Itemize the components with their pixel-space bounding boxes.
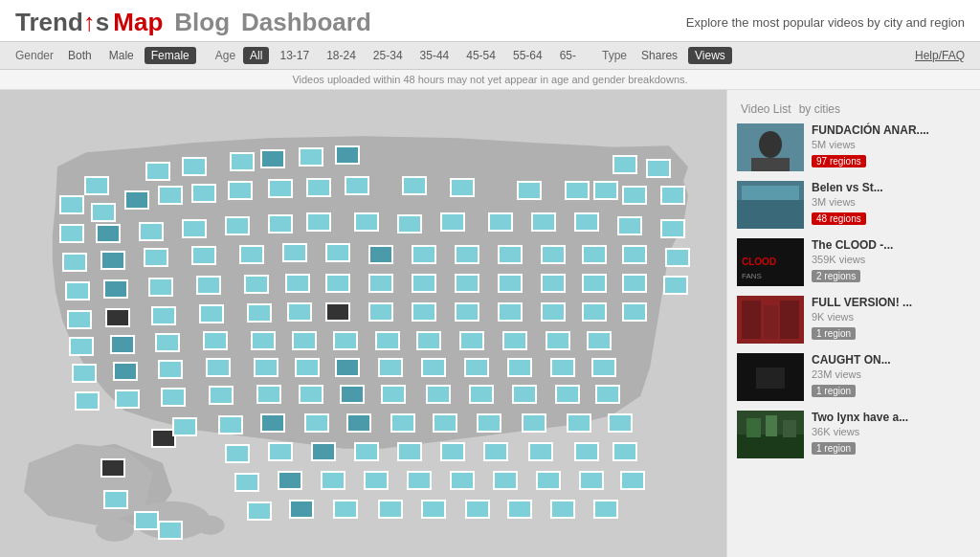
map-thumb-34[interactable] bbox=[397, 214, 422, 234]
map-thumb-20[interactable] bbox=[450, 178, 475, 197]
map-thumb-44[interactable] bbox=[191, 246, 216, 265]
map-thumb-55[interactable] bbox=[665, 248, 690, 267]
map-thumb-40[interactable] bbox=[660, 219, 685, 238]
map-thumb-150[interactable] bbox=[450, 471, 475, 490]
map-thumb-66[interactable] bbox=[498, 274, 523, 293]
map-thumb-135[interactable] bbox=[225, 444, 250, 463]
map-thumb-23[interactable] bbox=[593, 181, 618, 200]
gender-both-button[interactable]: Both bbox=[61, 47, 99, 64]
video-title-1[interactable]: FUNDACIÓN ANAR.... bbox=[812, 123, 970, 137]
map-thumb-21[interactable] bbox=[517, 181, 542, 200]
map-thumb-108[interactable] bbox=[507, 358, 532, 377]
video-item-6[interactable]: Two lynx have a... 36K views 1 region bbox=[737, 411, 970, 458]
video-title-2[interactable]: Belen vs St... bbox=[812, 181, 970, 194]
map-thumb-52[interactable] bbox=[541, 245, 566, 264]
map-thumb-48[interactable] bbox=[368, 245, 393, 264]
map-thumb-41[interactable] bbox=[62, 253, 87, 272]
map-thumb-130[interactable] bbox=[433, 413, 457, 433]
logo-blog[interactable]: Blog bbox=[174, 8, 230, 37]
video-title-3[interactable]: The CLOOD -... bbox=[812, 238, 970, 252]
map-thumb-129[interactable] bbox=[390, 413, 415, 433]
map-thumb-161[interactable] bbox=[507, 500, 532, 519]
map-thumb-116[interactable] bbox=[299, 385, 323, 404]
map-thumb-47[interactable] bbox=[325, 243, 350, 262]
map-thumb-69[interactable] bbox=[622, 274, 647, 293]
gender-male-button[interactable]: Male bbox=[102, 47, 141, 64]
map-thumb-8[interactable] bbox=[612, 155, 637, 174]
map-thumb-54[interactable] bbox=[622, 245, 647, 264]
age-45-54-button[interactable]: 45-54 bbox=[459, 47, 502, 64]
map-thumb-1[interactable] bbox=[84, 176, 109, 195]
video-item-4[interactable]: FULL VERSION! ... 9K views 1 region bbox=[737, 296, 970, 344]
map-thumb-25[interactable] bbox=[660, 186, 685, 205]
map-thumb-68[interactable] bbox=[582, 274, 607, 293]
map-thumb-149[interactable] bbox=[407, 471, 432, 490]
map-thumb-148[interactable] bbox=[364, 471, 389, 490]
map-thumb-15[interactable] bbox=[228, 181, 253, 200]
map-thumb-103[interactable] bbox=[295, 358, 320, 377]
map-thumb-62[interactable] bbox=[325, 274, 350, 293]
map-thumb-119[interactable] bbox=[426, 385, 451, 404]
logo-dashboard[interactable]: Dashboard bbox=[241, 8, 371, 37]
map-thumb-105[interactable] bbox=[378, 358, 403, 377]
map-thumb-157[interactable] bbox=[333, 500, 358, 519]
map-thumb-155[interactable] bbox=[247, 501, 272, 521]
map-thumb-140[interactable] bbox=[440, 442, 465, 461]
map-thumb-2[interactable] bbox=[145, 162, 170, 181]
map-thumb-83[interactable] bbox=[582, 302, 607, 322]
map-thumb-32[interactable] bbox=[306, 212, 331, 232]
map-thumb-3[interactable] bbox=[182, 157, 207, 176]
gender-female-button[interactable]: Female bbox=[145, 47, 196, 64]
map-thumb-57[interactable] bbox=[103, 279, 128, 299]
map-thumb-46[interactable] bbox=[282, 243, 307, 262]
map-thumb-65[interactable] bbox=[455, 274, 479, 293]
map-thumb-9[interactable] bbox=[646, 159, 671, 178]
map-thumb-51[interactable] bbox=[498, 245, 523, 264]
map-thumb-24[interactable] bbox=[622, 186, 647, 205]
map-thumb-64[interactable] bbox=[412, 274, 436, 293]
map-thumb-11[interactable] bbox=[91, 203, 116, 222]
map-thumb-90[interactable] bbox=[292, 331, 317, 350]
age-35-44-button[interactable]: 35-44 bbox=[413, 47, 457, 64]
video-thumb-1[interactable] bbox=[737, 123, 804, 171]
video-thumb-3[interactable]: CLOODFANS bbox=[737, 238, 804, 286]
map-thumb-113[interactable] bbox=[161, 388, 186, 407]
map-thumb-alaska-1[interactable] bbox=[100, 458, 125, 478]
map-thumb-36[interactable] bbox=[488, 212, 513, 232]
map-thumb-27[interactable] bbox=[96, 224, 121, 243]
age-25-34-button[interactable]: 25-34 bbox=[367, 47, 410, 64]
map-thumb-50[interactable] bbox=[455, 245, 479, 264]
map-thumb-84[interactable] bbox=[622, 302, 647, 322]
map-thumb-61[interactable] bbox=[285, 274, 310, 293]
map-thumb-152[interactable] bbox=[536, 471, 561, 490]
age-55-64-button[interactable]: 55-64 bbox=[506, 47, 549, 64]
map-thumb-85[interactable] bbox=[69, 337, 94, 356]
map-thumb-43[interactable] bbox=[144, 248, 168, 267]
map-thumb-101[interactable] bbox=[206, 358, 231, 377]
map-thumb-67[interactable] bbox=[541, 274, 566, 293]
map-thumb-75[interactable] bbox=[247, 303, 272, 323]
map-thumb-99[interactable] bbox=[113, 362, 138, 381]
map-thumb-110[interactable] bbox=[591, 358, 616, 377]
map-thumb-35[interactable] bbox=[440, 212, 465, 232]
map-thumb-137[interactable] bbox=[311, 442, 336, 461]
map-thumb-42[interactable] bbox=[100, 251, 125, 270]
map-thumb-77[interactable] bbox=[325, 302, 350, 322]
map-thumb-63[interactable] bbox=[368, 274, 393, 293]
map-thumb-95[interactable] bbox=[502, 331, 527, 350]
map-thumb-100[interactable] bbox=[158, 360, 183, 379]
map-thumb-138[interactable] bbox=[354, 442, 379, 461]
map-thumb-81[interactable] bbox=[498, 302, 523, 322]
map-thumb-123[interactable] bbox=[595, 385, 620, 404]
map-thumb-13[interactable] bbox=[158, 186, 183, 205]
map-thumb-82[interactable] bbox=[541, 302, 566, 322]
age-13-17-button[interactable]: 13-17 bbox=[273, 47, 316, 64]
map-thumb-126[interactable] bbox=[260, 413, 285, 433]
map-thumb-92[interactable] bbox=[375, 331, 400, 350]
map-thumb-98[interactable] bbox=[72, 364, 97, 383]
map-thumb-53[interactable] bbox=[582, 245, 607, 264]
map-thumb-142[interactable] bbox=[528, 442, 553, 461]
map-thumb-118[interactable] bbox=[381, 385, 406, 404]
video-thumb-4[interactable] bbox=[737, 296, 804, 344]
map-thumb-80[interactable] bbox=[455, 302, 479, 322]
